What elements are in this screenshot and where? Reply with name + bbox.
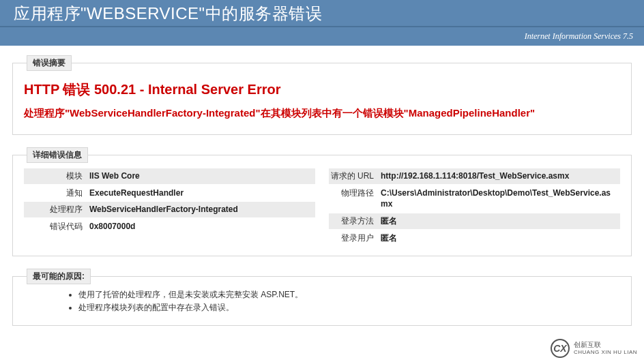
label-physicalpath: 物理路径: [329, 185, 378, 213]
watermark: CX 创新互联 CHUANG XIN HU LIAN: [546, 337, 641, 359]
detail-row-loginuser: 登录用户 匿名: [329, 230, 620, 246]
likely-causes-legend: 最可能的原因:: [27, 269, 91, 284]
details-left-column: 模块 IIS Web Core 通知 ExecuteRequestHandler…: [24, 168, 315, 247]
likely-causes-list: 使用了托管的处理程序，但是未安装或未完整安装 ASP.NET。 处理程序模块列表…: [24, 288, 620, 314]
detail-row-handler: 处理程序 WebServiceHandlerFactory-Integrated: [24, 202, 315, 217]
label-loginmethod: 登录方法: [329, 213, 378, 229]
value-url: http://192.168.1.114:8018/Test_WebServic…: [378, 168, 620, 184]
detail-row-notification: 通知 ExecuteRequestHandler: [24, 185, 315, 201]
label-handler: 处理程序: [24, 202, 87, 217]
watermark-text: 创新互联: [574, 341, 637, 349]
details-right-column: 请求的 URL http://192.168.1.114:8018/Test_W…: [329, 168, 620, 247]
label-errorcode: 错误代码: [24, 219, 87, 235]
likely-causes-box: 最可能的原因: 使用了托管的处理程序，但是未安装或未完整安装 ASP.NET。 …: [12, 269, 632, 326]
label-module: 模块: [24, 168, 87, 184]
error-details-legend: 详细错误信息: [27, 147, 88, 163]
label-loginuser: 登录用户: [329, 230, 378, 246]
value-notification: ExecuteRequestHandler: [87, 185, 315, 201]
error-summary-box: 错误摘要 HTTP 错误 500.21 - Internal Server Er…: [12, 55, 632, 135]
value-loginmethod: 匿名: [378, 213, 620, 229]
server-banner: Internet Information Services 7.5: [0, 26, 644, 46]
value-module: IIS Web Core: [87, 168, 315, 184]
detail-row-url: 请求的 URL http://192.168.1.114:8018/Test_W…: [329, 168, 620, 184]
watermark-logo-icon: CX: [551, 339, 570, 358]
detail-row-errorcode: 错误代码 0x8007000d: [24, 219, 315, 235]
label-notification: 通知: [24, 185, 87, 201]
server-banner-text: Internet Information Services 7.5: [525, 31, 633, 41]
error-details-box: 详细错误信息 模块 IIS Web Core 通知 ExecuteRequest…: [12, 147, 632, 256]
detail-row-loginmethod: 登录方法 匿名: [329, 213, 620, 229]
value-errorcode: 0x8007000d: [87, 219, 315, 235]
watermark-pinyin: CHUANG XIN HU LIAN: [574, 349, 637, 356]
value-handler: WebServiceHandlerFactory-Integrated: [87, 202, 315, 217]
detail-row-physicalpath: 物理路径 C:\Users\Administrator\Desktop\Demo…: [329, 185, 620, 213]
error-summary-legend: 错误摘要: [27, 55, 72, 71]
error-subtitle: 处理程序"WebServiceHandlerFactory-Integrated…: [24, 106, 620, 121]
list-item: 使用了托管的处理程序，但是未安装或未完整安装 ASP.NET。: [78, 288, 620, 301]
label-url: 请求的 URL: [329, 168, 378, 184]
error-title: HTTP 错误 500.21 - Internal Server Error: [24, 80, 620, 99]
detail-row-module: 模块 IIS Web Core: [24, 168, 315, 184]
value-loginuser: 匿名: [378, 230, 620, 246]
list-item: 处理程序模块列表的配置中存在录入错误。: [78, 301, 620, 314]
page-header: 应用程序"WEBSERVICE"中的服务器错误: [0, 0, 644, 26]
header-title: 应用程序"WEBSERVICE"中的服务器错误: [14, 4, 322, 22]
value-physicalpath: C:\Users\Administrator\Desktop\Demo\Test…: [378, 185, 620, 213]
